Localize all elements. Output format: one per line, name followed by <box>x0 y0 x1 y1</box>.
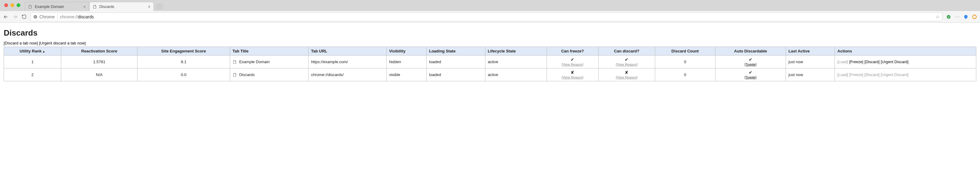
page-content: Discards [Discard a tab now] [Urgent dis… <box>0 23 980 84</box>
col-last-active[interactable]: Last Active <box>786 47 835 55</box>
cell-auto-discardable: ✔[Toggle] <box>715 55 786 68</box>
discard-tab-now-link[interactable]: [Discard a tab now] <box>4 41 38 46</box>
cell-lifecycle-state: active <box>485 68 547 81</box>
browser-toolbar: Chrome chrome://discards ☆ <box>0 11 980 23</box>
action-urgent-discard: [Urgent Discard] <box>881 73 908 77</box>
cell-utility-rank: 2 <box>4 68 61 81</box>
table-row: 2N/A0.0Discardschrome://discards/visible… <box>4 68 976 81</box>
discards-table: Utility Rank▲ Reactivation Score Site En… <box>4 47 976 81</box>
action-discard[interactable]: [Discard] <box>864 60 880 64</box>
col-tab-url[interactable]: Tab URL <box>309 47 387 55</box>
cell-reactivation-score: N/A <box>61 68 137 81</box>
col-actions[interactable]: Actions <box>835 47 976 55</box>
table-header-row: Utility Rank▲ Reactivation Score Site En… <box>4 47 976 55</box>
col-auto-discardable[interactable]: Auto Discardable <box>715 47 786 55</box>
cell-loading-state: loaded <box>426 55 485 68</box>
browser-tab-example-domain[interactable]: Example Domain × <box>25 2 89 11</box>
sort-ascending-icon: ▲ <box>42 50 45 53</box>
cell-tab-title: Example Domain <box>230 55 309 68</box>
svg-point-7 <box>973 15 976 19</box>
cell-auto-discardable: ✔[Toggle] <box>715 68 786 81</box>
cell-can-discard: ✔[View Reason] <box>598 55 655 68</box>
action-load: [Load] <box>837 73 848 77</box>
cell-discard-count: 0 <box>655 55 715 68</box>
scheme-label: Chrome <box>39 14 55 19</box>
tab-close-icon[interactable]: × <box>148 4 150 9</box>
tab-strip-bar: Example Domain × Discards × <box>0 0 980 11</box>
extension-icon[interactable] <box>963 14 968 19</box>
col-utility-rank[interactable]: Utility Rank▲ <box>4 47 61 55</box>
cell-visibility: visible <box>387 68 426 81</box>
url-text: chrome://discards <box>60 14 94 19</box>
check-icon: ✔ <box>571 57 574 62</box>
back-button[interactable] <box>3 14 9 20</box>
action-freeze[interactable]: [Freeze] <box>849 60 864 64</box>
url-path: discards <box>78 14 94 19</box>
col-visibility[interactable]: Visibility <box>387 47 426 55</box>
check-icon: ✔ <box>625 57 628 62</box>
check-icon: ✘ <box>571 70 574 75</box>
tab-title-text: Example Domain <box>239 60 270 64</box>
view-reason-link[interactable]: [View Reason] <box>601 75 652 79</box>
page-icon <box>92 5 97 9</box>
svg-point-5 <box>957 16 958 17</box>
col-lifecycle-state[interactable]: Lifecycle State <box>485 47 547 55</box>
view-reason-link[interactable]: [View Reason] <box>549 75 596 79</box>
view-reason-link[interactable]: [View Reason] <box>601 63 652 66</box>
toggle-link[interactable]: [Toggle] <box>718 75 783 79</box>
browser-tab-discards[interactable]: Discards × <box>89 2 154 11</box>
action-load: [Load] <box>837 60 848 64</box>
new-tab-button[interactable] <box>156 3 163 9</box>
url-host: chrome:// <box>60 14 78 19</box>
cell-reactivation-score: 1.5781 <box>61 55 137 68</box>
toggle-link[interactable]: [Toggle] <box>718 63 783 66</box>
cell-actions: [Load] [Freeze] [Discard] [Urgent Discar… <box>835 68 976 81</box>
cell-last-active: just now <box>786 55 835 68</box>
extension-icon[interactable] <box>955 15 960 19</box>
forward-button[interactable] <box>12 14 18 20</box>
reload-button[interactable] <box>22 14 27 19</box>
cell-tab-url: https://example.com/ <box>309 55 387 68</box>
col-reactivation-score[interactable]: Reactivation Score <box>61 47 137 55</box>
svg-point-2 <box>35 16 36 17</box>
tab-strip: Example Domain × Discards × <box>25 0 163 11</box>
col-site-engagement-score[interactable]: Site Engagement Score <box>137 47 230 55</box>
svg-point-8 <box>974 14 975 15</box>
col-discard-count[interactable]: Discard Count <box>655 47 715 55</box>
table-row: 11.57818.1Example Domainhttps://example.… <box>4 55 976 68</box>
col-tab-title[interactable]: Tab Title <box>230 47 309 55</box>
cell-lifecycle-state: active <box>485 55 547 68</box>
tab-close-icon[interactable]: × <box>83 4 86 9</box>
separator <box>57 14 57 19</box>
window-zoom-button[interactable] <box>17 3 20 7</box>
page-icon <box>232 60 237 64</box>
action-urgent-discard[interactable]: [Urgent Discard] <box>881 60 908 64</box>
window-controls <box>4 3 20 7</box>
cell-can-freeze: ✘[View Reason] <box>547 68 598 81</box>
col-can-discard[interactable]: Can discard? <box>598 47 655 55</box>
scheme-indicator: Chrome <box>33 14 55 19</box>
cell-discard-count: 0 <box>655 68 715 81</box>
window-close-button[interactable] <box>4 3 8 7</box>
window-minimize-button[interactable] <box>10 3 14 7</box>
page-title: Discards <box>4 28 976 38</box>
cell-last-active: just now <box>786 68 835 81</box>
check-icon: ✔ <box>749 70 752 75</box>
bookmark-star-icon[interactable]: ☆ <box>935 14 940 20</box>
cell-tab-title: Discards <box>230 68 309 81</box>
chrome-icon <box>33 15 38 19</box>
svg-point-4 <box>955 16 956 17</box>
col-loading-state[interactable]: Loading State <box>426 47 485 55</box>
urgent-discard-tab-now-link[interactable]: [Urgent discard a tab now] <box>39 41 86 46</box>
extension-icon[interactable] <box>946 14 951 19</box>
cell-loading-state: loaded <box>426 68 485 81</box>
cell-can-freeze: ✔[View Reason] <box>547 55 598 68</box>
svg-point-6 <box>958 16 959 17</box>
view-reason-link[interactable]: [View Reason] <box>549 63 596 66</box>
browser-tab-title: Example Domain <box>35 5 64 9</box>
extension-icon[interactable] <box>972 14 977 19</box>
cell-site-engagement-score: 0.0 <box>137 68 230 81</box>
address-bar[interactable]: Chrome chrome://discards ☆ <box>30 13 942 21</box>
page-action-links: [Discard a tab now] [Urgent discard a ta… <box>4 41 976 46</box>
col-can-freeze[interactable]: Can freeze? <box>547 47 598 55</box>
